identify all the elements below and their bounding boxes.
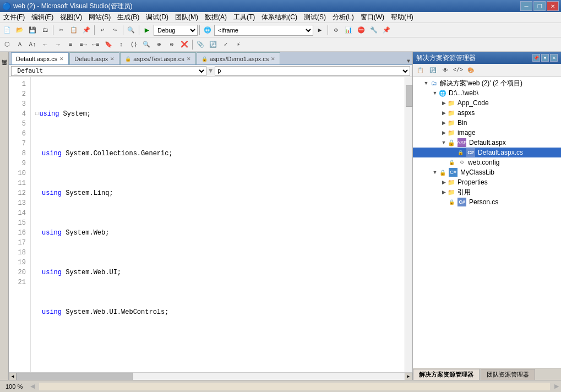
se-node-default-aspx-cs[interactable]: 🔒 C# Default.aspx.cs: [413, 148, 561, 157]
tab-test-aspx-cs[interactable]: 🔒 aspxs/Test.aspx.cs ✕: [120, 52, 195, 64]
start-btn[interactable]: ▶: [141, 24, 153, 36]
close-button[interactable]: ✕: [547, 1, 559, 11]
se-node-bin[interactable]: ▶ 📁 Bin: [413, 118, 561, 128]
expand-bin[interactable]: ▶: [440, 119, 447, 126]
tab-close-btn[interactable]: ✕: [187, 56, 191, 62]
tb2-btn14[interactable]: ⊖: [166, 39, 178, 51]
tb2-btn12[interactable]: 🔍: [140, 39, 152, 51]
se-node-person-cs[interactable]: 🔒 C# Person.cs: [413, 197, 561, 207]
menu-tools[interactable]: 工具(T): [230, 12, 258, 23]
save-all-btn[interactable]: 🗂: [39, 24, 51, 36]
se-node-solution[interactable]: ▼ 🗂 解决方案'web (2)' (2 个项目): [413, 78, 561, 88]
se-view-btn[interactable]: 👁: [439, 64, 451, 77]
tb2-btn7[interactable]: ≡→: [77, 39, 89, 51]
tab-close-btn[interactable]: ✕: [110, 56, 115, 62]
tb2-btn19[interactable]: ⚡: [232, 39, 244, 51]
copy-btn[interactable]: 📋: [68, 24, 80, 36]
code-content[interactable]: □using System; using System.Collections.…: [31, 77, 405, 372]
open-btn[interactable]: 📂: [14, 24, 26, 36]
restore-button[interactable]: ❐: [533, 1, 546, 11]
tb2-btn8[interactable]: ←≡: [90, 39, 102, 51]
tb2-btn11[interactable]: ⟨⟩: [128, 39, 140, 51]
tb2-btn1[interactable]: ⬡: [1, 39, 13, 51]
save-btn[interactable]: 💾: [26, 24, 39, 36]
collapse-1[interactable]: □: [35, 109, 38, 119]
vertical-scrollbar[interactable]: [405, 77, 412, 372]
tb2-btn18[interactable]: ✓: [220, 39, 232, 51]
tb2-btn15[interactable]: ❌: [178, 39, 190, 51]
tb2-btn5[interactable]: →: [52, 39, 64, 51]
se-node-references[interactable]: ▶ 📁 引用: [413, 187, 561, 197]
scroll-thumb[interactable]: [17, 373, 133, 380]
expand-web[interactable]: ▼: [432, 90, 438, 96]
misc-btn5[interactable]: 📌: [380, 24, 393, 36]
member-select[interactable]: p: [215, 66, 410, 76]
se-refresh-btn[interactable]: 🔃: [427, 64, 439, 77]
target-go-btn[interactable]: ▶: [314, 24, 326, 36]
tab-close-btn[interactable]: ✕: [59, 56, 64, 62]
expand-appcode[interactable]: ▶: [440, 100, 447, 106]
side-tab-server[interactable]: 服务器资源管理器: [0, 52, 9, 61]
se-node-web-project[interactable]: ▼ 🌐 D:\...\web\: [413, 88, 561, 98]
tb2-btn6[interactable]: ≡: [64, 39, 77, 51]
misc-btn2[interactable]: 📊: [342, 24, 355, 36]
se-properties-btn[interactable]: 📋: [414, 64, 426, 77]
se-node-default-aspx[interactable]: ▼ 🔒 ASP Default.aspx: [413, 138, 561, 148]
menu-edit[interactable]: 编辑(E): [28, 12, 57, 23]
misc-btn3[interactable]: ⛔: [355, 24, 367, 36]
expand-myclasslib[interactable]: ▼: [432, 169, 438, 176]
cut-btn[interactable]: ✂: [55, 24, 67, 36]
menu-file[interactable]: 文件(F): [0, 12, 28, 23]
minimize-button[interactable]: ─: [520, 1, 532, 11]
menu-data[interactable]: 数据(A): [201, 12, 230, 23]
tb2-btn17[interactable]: 🔃: [207, 39, 219, 51]
se-close-btn[interactable]: ✕: [550, 54, 558, 62]
side-tab-toolbox[interactable]: 工具箱: [0, 65, 9, 74]
debug-config-select[interactable]: Debug: [154, 25, 198, 36]
menu-help[interactable]: 帮助(H): [388, 12, 417, 23]
tb2-btn16[interactable]: 📎: [194, 39, 206, 51]
undo-btn[interactable]: ↩: [96, 24, 108, 36]
expand-references[interactable]: ▶: [440, 189, 447, 195]
tb2-btn2[interactable]: A: [14, 39, 26, 51]
menu-test[interactable]: 测试(S): [301, 12, 329, 23]
menu-view[interactable]: 视图(V): [57, 12, 85, 23]
se-node-properties[interactable]: ▶ 📁 Properties: [413, 177, 561, 187]
class-select[interactable]: _Default: [11, 66, 206, 76]
menu-arch[interactable]: 体系结构(C): [258, 12, 301, 23]
tab-default-aspx-cs[interactable]: Default.aspx.cs ✕: [11, 52, 69, 64]
se-node-appcode[interactable]: ▶ 📁 App_Code: [413, 98, 561, 108]
tab-close-btn[interactable]: ✕: [271, 56, 275, 62]
tb2-btn13[interactable]: ⊕: [153, 39, 165, 51]
menu-team[interactable]: 团队(M): [172, 12, 201, 23]
misc-btn1[interactable]: ⚙: [330, 24, 342, 36]
menu-window[interactable]: 窗口(W): [357, 12, 388, 23]
menu-site[interactable]: 网站(S): [85, 12, 114, 23]
tab-demo1-aspx-cs[interactable]: 🔒 aspxs/Demo1.aspx.cs ✕: [197, 52, 281, 64]
misc-btn4[interactable]: 🔧: [368, 24, 380, 36]
tb2-btn9[interactable]: 🔖: [102, 39, 115, 51]
expand-default-aspx[interactable]: ▼: [440, 139, 447, 146]
se-node-aspxs[interactable]: ▶ 📁 aspxs: [413, 108, 561, 118]
menu-build[interactable]: 生成(B): [114, 12, 143, 23]
se-bottom-tab-solution[interactable]: 解决方案资源管理器: [413, 369, 480, 380]
expand-properties[interactable]: ▶: [440, 179, 447, 186]
scroll-left-btn[interactable]: ◀: [9, 373, 17, 380]
target-select[interactable]: <iframe: [214, 25, 313, 36]
se-designer-btn[interactable]: 🎨: [465, 64, 477, 77]
new-file-btn[interactable]: 📄: [1, 24, 13, 36]
se-bottom-tab-team[interactable]: 团队资源管理器: [481, 369, 535, 380]
redo-btn[interactable]: ↪: [109, 24, 121, 36]
tab-overflow-btn[interactable]: ▼: [407, 58, 410, 64]
expand-aspxs[interactable]: ▶: [440, 110, 447, 116]
tb2-btn4[interactable]: ←: [39, 39, 51, 51]
scroll-right-btn[interactable]: ▶: [405, 373, 412, 380]
se-node-image[interactable]: ▶ 📁 image: [413, 128, 561, 138]
find-btn[interactable]: 🔍: [125, 24, 137, 36]
tab-default-aspx[interactable]: Default.aspx ✕: [69, 52, 119, 64]
tb2-btn10[interactable]: ↕: [115, 39, 127, 51]
se-pin-btn[interactable]: 📌: [532, 54, 540, 62]
se-node-webconfig[interactable]: 🔒 ⚙ web.config: [413, 157, 561, 167]
expand-image[interactable]: ▶: [440, 129, 447, 136]
se-dropdown-btn[interactable]: ▼: [541, 54, 549, 62]
